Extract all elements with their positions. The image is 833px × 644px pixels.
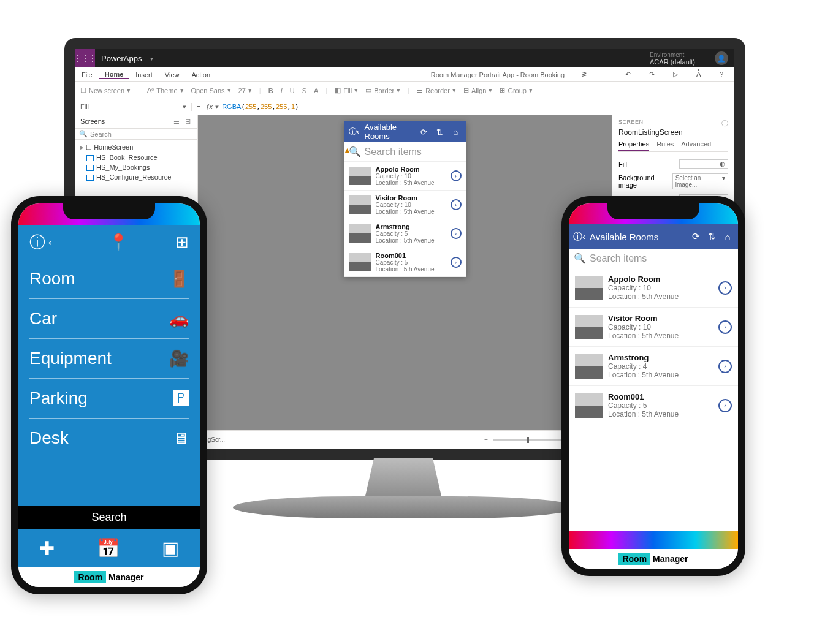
back-icon[interactable]: ⓘ‹ [349,126,360,137]
tree-item[interactable]: HS_My_Bookings [75,162,197,172]
zoom-out-icon[interactable]: − [484,436,488,443]
waffle-icon[interactable]: ⋮⋮⋮ [75,49,95,67]
chevron-right-icon[interactable]: › [718,281,732,295]
sort-icon[interactable]: ⇅ [435,126,446,137]
chevron-right-icon[interactable]: › [718,360,732,373]
redo-icon[interactable]: ↷ [643,70,661,78]
canvas[interactable]: ▲ ⓘ‹ Available Rooms ⟳ ⇅ ⌂ 🔍Search items… [198,115,612,449]
room-row[interactable]: ArmstrongCapacity : 5Location : 5th Aven… [344,219,466,248]
theme-button[interactable]: Aᵃ Theme ▾ [147,86,184,94]
app-search[interactable]: 🔍Search items [569,249,738,268]
room-capacity: Capacity : 10 [376,202,446,208]
help-icon[interactable]: ? [713,70,729,78]
tree-item[interactable]: HS_Book_Resource [75,153,197,162]
room-row[interactable]: Appolo RoomCapacity : 10Location : 5th A… [344,162,466,191]
fx-icon[interactable]: ƒx ▾ [205,103,222,111]
menu-view[interactable]: View [159,71,186,78]
warning-icon: ▲ [344,146,351,154]
align-button[interactable]: ⊟ Align ▾ [463,86,492,94]
calendar-icon[interactable]: 📅 [97,537,120,559]
underline-button[interactable]: U [290,87,295,94]
fill-button[interactable]: ◧ Fill ▾ [335,86,358,94]
room-row[interactable]: Visitor RoomCapacity : 10Location : 5th … [569,308,738,347]
room-name: Appolo Room [376,165,446,173]
refresh-icon[interactable]: ⟳ [690,231,701,242]
tree-root[interactable]: ☐ HomeScreen [75,142,197,153]
help-icon[interactable]: ⓘ [721,119,728,128]
chevron-right-icon[interactable]: › [451,257,462,268]
tab-rules[interactable]: Rules [656,140,674,151]
chevron-right-icon[interactable]: › [718,399,732,412]
category-label: Desk [29,428,69,448]
strike-button[interactable]: S [302,87,306,94]
room-row[interactable]: ArmstrongCapacity : 4Location : 5th Aven… [569,347,738,386]
location-pin-icon[interactable]: 📍 [108,233,128,252]
category-item[interactable]: Equipment🎥 [29,339,189,379]
tree-search[interactable]: 🔍Search [75,129,197,140]
share-icon[interactable]: ᐰ [690,70,707,78]
back-icon[interactable]: ⓘ← [29,232,61,253]
formula-property[interactable]: Fill▾ [75,103,192,111]
category-item[interactable]: Desk🖥 [29,419,189,458]
room-location: Location : 5th Avenue [376,237,446,244]
group-button[interactable]: ⊞ Group ▾ [500,86,533,94]
chevron-right-icon[interactable]: › [451,228,462,239]
bold-button[interactable]: B [268,87,273,94]
user-avatar[interactable]: 👤 [715,51,728,65]
new-screen-button[interactable]: ☐ New screen ▾ [80,86,131,94]
tree-item[interactable]: HS_Configure_Resource [75,172,197,182]
tab-advanced[interactable]: Advanced [681,140,711,151]
room-capacity: Capacity : 10 [608,323,713,331]
menu-action[interactable]: Action [185,71,216,78]
room-capacity: Capacity : 10 [376,173,446,180]
home-icon[interactable]: ⌂ [451,126,462,137]
section-label: SCREEN [618,119,644,128]
menu-insert[interactable]: Insert [129,71,159,78]
font-color-button[interactable]: A [314,87,318,94]
chevron-down-icon[interactable]: ▾ [150,55,153,62]
category-item[interactable]: Car🚗 [29,299,189,339]
room-thumbnail [349,253,371,271]
room-row[interactable]: Appolo RoomCapacity : 10Location : 5th A… [569,268,738,308]
tab-properties[interactable]: Properties [618,140,649,151]
category-item[interactable]: Room🚪 [29,259,189,299]
undo-icon[interactable]: ↶ [619,70,637,78]
room-name: Room001 [608,392,713,401]
menu-home[interactable]: Home [99,70,130,79]
chevron-right-icon[interactable]: › [451,170,462,181]
checker-icon[interactable]: ᕒ [576,70,593,78]
prop-fill-value[interactable]: ◐ [679,159,728,169]
border-button[interactable]: ▭ Border ▾ [365,86,400,94]
refresh-icon[interactable]: ⟳ [419,126,430,137]
room-thumbnail [575,315,603,339]
tree-view-icons[interactable]: ☰ ⊞ [173,118,192,126]
menu-file[interactable]: File [75,71,99,78]
reorder-button[interactable]: ☰ Reorder ▾ [417,86,456,94]
font-size[interactable]: 27 ▾ [238,86,252,94]
room-row[interactable]: Room001Capacity : 5Location : 5th Avenue… [569,386,738,425]
play-icon[interactable]: ▷ [667,70,684,78]
room-name: Visitor Room [608,314,713,323]
logo: Room Manager [18,567,200,587]
category-item[interactable]: Parking🅿 [29,379,189,419]
grid-icon[interactable]: ⊞ [175,233,189,252]
room-row[interactable]: Visitor RoomCapacity : 10Location : 5th … [344,191,466,219]
app-search[interactable]: 🔍Search items [344,142,466,162]
environment-name[interactable]: ACAR (default) [650,58,695,66]
font-select[interactable]: Open Sans ▾ [191,86,231,94]
room-row[interactable]: Room001Capacity : 5Location : 5th Avenue… [344,248,466,277]
plus-icon[interactable]: ✚ [39,537,55,559]
ribbon-actions: ᕒ | ↶ ↷ ▷ ᐰ ? [571,70,734,78]
search-button[interactable]: Search [18,506,200,529]
chevron-right-icon[interactable]: › [718,320,732,334]
zoom-slider[interactable] [493,439,566,441]
chevron-right-icon[interactable]: › [451,199,462,210]
prop-bgimg-value[interactable]: Select an image...▾ [672,173,728,189]
scan-icon[interactable]: ▣ [162,537,179,559]
sort-icon[interactable]: ⇅ [706,231,717,242]
formula-input[interactable]: RGBA(255,255,255,1) [222,103,299,111]
back-icon[interactable]: ⓘ‹ [574,231,585,242]
italic-button[interactable]: I [281,87,283,94]
home-icon[interactable]: ⌂ [722,231,733,242]
category-icon: 🚗 [169,309,189,328]
